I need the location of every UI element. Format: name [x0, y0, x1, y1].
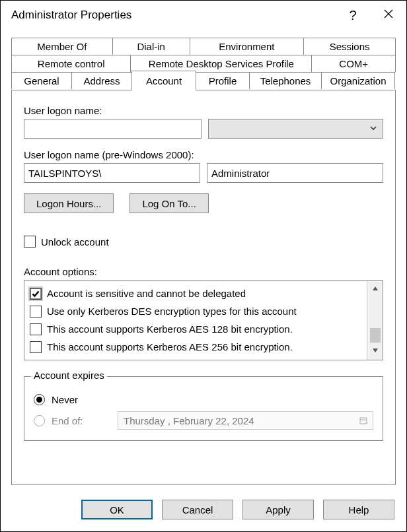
samaccount-input[interactable]: [207, 163, 383, 183]
scroll-down-icon: [371, 345, 379, 357]
account-expires-group: Account expires Never End of: Thursday ,…: [24, 376, 383, 441]
expires-endof-radio[interactable]: [34, 415, 45, 426]
tab-account[interactable]: Account: [131, 71, 196, 90]
option-label: Use only Kerberos DES encryption types f…: [47, 306, 297, 317]
logon-name-input[interactable]: [24, 119, 202, 139]
expires-never-radio[interactable]: [34, 394, 45, 405]
chevron-down-icon: [369, 123, 377, 135]
tab-rds-profile[interactable]: Remote Desktop Services Profile: [130, 55, 312, 72]
close-icon: [384, 9, 393, 21]
expires-never-label: Never: [52, 394, 78, 405]
scroll-thumb[interactable]: [370, 328, 381, 343]
upn-suffix-combo[interactable]: [208, 119, 383, 139]
tab-strip: Member Of Dial-in Environment Sessions R…: [11, 38, 396, 90]
account-expires-legend: Account expires: [31, 370, 107, 381]
domain-prefix-input[interactable]: [24, 163, 200, 183]
help-footer-button[interactable]: Help: [323, 500, 394, 519]
svg-marker-3: [373, 349, 378, 352]
unlock-account-label: Unlock account: [41, 236, 109, 248]
svg-rect-4: [360, 418, 367, 424]
tab-remote-control[interactable]: Remote control: [11, 55, 131, 72]
account-options-label: Account options:: [24, 266, 383, 277]
option-aes256-checkbox[interactable]: [30, 341, 42, 353]
dialog-content: Member Of Dial-in Environment Sessions R…: [1, 30, 406, 490]
tab-profile[interactable]: Profile: [196, 72, 250, 89]
tab-organization[interactable]: Organization: [321, 72, 395, 89]
log-on-to-button[interactable]: Log On To...: [130, 193, 208, 213]
help-button[interactable]: ?: [335, 1, 371, 30]
dialog-footer: OK Cancel Apply Help: [1, 490, 406, 531]
account-options-list: Account is sensitive and cannot be deleg…: [24, 280, 383, 360]
apply-button[interactable]: Apply: [242, 500, 314, 519]
option-label: This account supports Kerberos AES 256 b…: [47, 341, 293, 352]
logon-name-label: User logon name:: [24, 105, 383, 116]
question-icon: ?: [349, 8, 356, 23]
option-label: Account is sensitive and cannot be deleg…: [47, 288, 246, 299]
tab-general[interactable]: General: [11, 72, 72, 89]
calendar-icon: [359, 415, 367, 426]
window-title: Administrator Properties: [11, 9, 335, 22]
cancel-button[interactable]: Cancel: [162, 500, 233, 519]
option-sensitive-checkbox[interactable]: [30, 288, 42, 300]
tab-dial-in[interactable]: Dial-in: [112, 38, 190, 55]
tab-com-plus[interactable]: COM+: [311, 55, 396, 72]
tab-address[interactable]: Address: [71, 72, 132, 89]
scroll-up-icon: [371, 283, 379, 295]
close-button[interactable]: [371, 1, 406, 30]
options-scrollbar[interactable]: [367, 281, 383, 360]
tab-sessions[interactable]: Sessions: [303, 38, 396, 55]
option-aes128-checkbox[interactable]: [30, 323, 42, 335]
tab-member-of[interactable]: Member Of: [11, 38, 113, 55]
expires-date-value: Thursday , February 22, 2024: [124, 415, 254, 426]
tab-telephones[interactable]: Telephones: [249, 72, 322, 89]
svg-marker-2: [373, 286, 378, 290]
dialog-window: Administrator Properties ? Member Of Dia…: [0, 0, 407, 532]
expires-date-picker: Thursday , February 22, 2024: [118, 411, 373, 430]
tab-environment[interactable]: Environment: [190, 38, 305, 55]
ok-button[interactable]: OK: [81, 500, 153, 519]
account-panel: User logon name: User logon name (pre-Wi…: [11, 90, 396, 485]
unlock-account-checkbox[interactable]: [24, 236, 36, 248]
option-label: This account supports Kerberos AES 128 b…: [47, 323, 293, 335]
expires-endof-label: End of:: [52, 415, 111, 426]
option-des-checkbox[interactable]: [30, 306, 42, 317]
titlebar: Administrator Properties ?: [1, 1, 406, 30]
logon-pre2000-label: User logon name (pre-Windows 2000):: [24, 149, 383, 160]
logon-hours-button[interactable]: Logon Hours...: [24, 193, 114, 213]
